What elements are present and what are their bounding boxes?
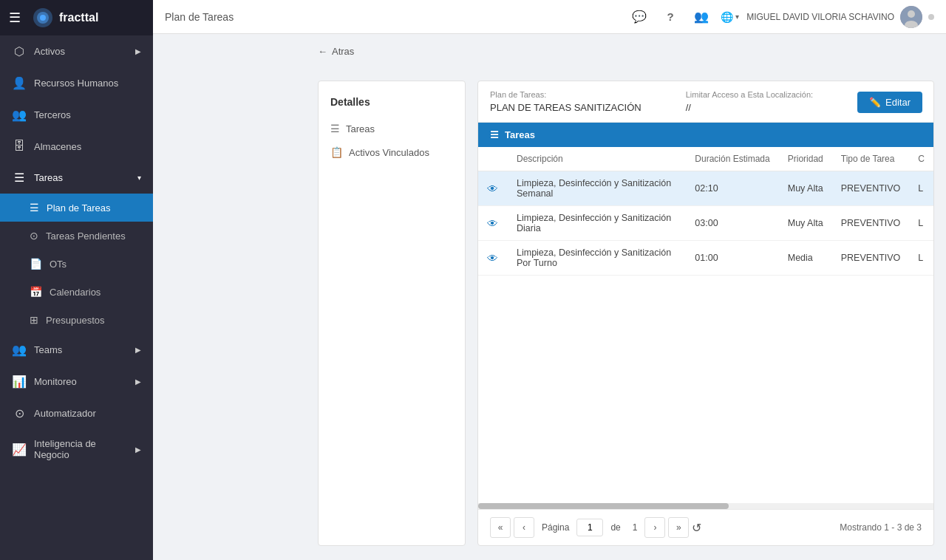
table-wrapper: Descripción Duración Estimada Prioridad … bbox=[478, 147, 933, 503]
col-header-prioridad: Prioridad bbox=[779, 147, 832, 171]
inteligencia-icon: 📈 bbox=[12, 443, 27, 457]
location-field: Limitar Acceso a Esta Localización: // bbox=[686, 90, 813, 113]
sidebar-item-label: Monitoreo bbox=[34, 376, 77, 387]
plan-name-label: Plan de Tareas: bbox=[490, 90, 642, 99]
globe-arrow: ▾ bbox=[735, 13, 739, 21]
users-button[interactable]: 👥 bbox=[690, 5, 713, 29]
eye-icon[interactable]: 👁 bbox=[487, 217, 498, 230]
chat-button[interactable]: 💬 bbox=[627, 5, 651, 29]
sidebar-item-automatizador[interactable]: ⊙ Automatizador bbox=[0, 397, 153, 429]
sidebar-item-label: Tareas Pendientes bbox=[46, 231, 126, 242]
sidebar-subitem-calendarios[interactable]: 📅 Calendarios bbox=[0, 278, 153, 306]
horizontal-scrollbar[interactable] bbox=[478, 503, 933, 509]
col-header-extra: C bbox=[909, 147, 933, 171]
col-header-tipo: Tipo de Tarea bbox=[832, 147, 910, 171]
edit-button-label: Editar bbox=[885, 97, 911, 108]
row-eye[interactable]: 👁 bbox=[478, 241, 508, 276]
table-row[interactable]: 👁 Limpieza, Desinfección y Sanitización … bbox=[478, 241, 933, 276]
col-header-descripcion: Descripción bbox=[508, 147, 686, 171]
row-tipo: PREVENTIVO bbox=[832, 206, 910, 241]
table-header-bar: ☰ Tareas bbox=[478, 123, 933, 147]
edit-button[interactable]: ✏️ Editar bbox=[857, 92, 922, 113]
help-icon: ? bbox=[667, 10, 674, 23]
tasks-table: Descripción Duración Estimada Prioridad … bbox=[478, 147, 933, 276]
top-actions-bar: ← Atras ✏️ Editar bbox=[318, 46, 934, 69]
sidebar-item-recursos-humanos[interactable]: 👤 Recursos Humanos bbox=[0, 67, 153, 99]
prev-page-button[interactable]: ‹ bbox=[514, 517, 534, 538]
pagination-bar: « ‹ Página de 1 › » ↺ Mostrando 1 - 3 de… bbox=[478, 509, 933, 545]
row-prioridad: Media bbox=[779, 241, 832, 276]
page-title: Plan de Tareas bbox=[165, 11, 620, 23]
sidebar-subitem-plan-de-tareas[interactable]: ☰ Plan de Tareas bbox=[0, 194, 153, 222]
row-extra: L bbox=[909, 241, 933, 276]
sidebar-header: ☰ fracttal bbox=[0, 0, 153, 35]
row-eye[interactable]: 👁 bbox=[478, 171, 508, 206]
plan-name-value: PLAN DE TAREAS SANITIZACIÓN bbox=[490, 102, 642, 113]
content-layout: Detalles ☰ Tareas 📋 Activos Vinculados P… bbox=[318, 81, 934, 546]
sidebar-item-almacenes[interactable]: 🗄 Almacenes bbox=[0, 131, 153, 162]
right-panel: Plan de Tareas: PLAN DE TAREAS SANITIZAC… bbox=[477, 81, 934, 546]
scroll-thumb[interactable] bbox=[478, 503, 729, 509]
sidebar-item-tareas[interactable]: ☰ Tareas ▾ bbox=[0, 162, 153, 194]
table-header-icon: ☰ bbox=[490, 129, 499, 140]
back-button-label: Atras bbox=[332, 46, 354, 57]
table-row[interactable]: 👁 Limpieza, Desinfección y Sanitización … bbox=[478, 206, 933, 241]
tareas-list-icon: ☰ bbox=[330, 123, 340, 134]
row-duracion: 01:00 bbox=[686, 241, 778, 276]
eye-icon[interactable]: 👁 bbox=[487, 182, 498, 195]
sidebar-item-inteligencia[interactable]: 📈 Inteligencia de Negocio ▶ bbox=[0, 429, 153, 469]
row-duracion: 03:00 bbox=[686, 206, 778, 241]
table-row[interactable]: 👁 Limpieza, Desinfección y Sanitización … bbox=[478, 171, 933, 206]
help-button[interactable]: ? bbox=[659, 5, 682, 29]
sidebar-subitem-presupuestos[interactable]: ⊞ Presupuestos bbox=[0, 306, 153, 334]
back-button[interactable]: ← Atras bbox=[318, 46, 354, 57]
sidebar-subitem-ots[interactable]: 📄 OTs bbox=[0, 250, 153, 278]
first-page-button[interactable]: « bbox=[490, 517, 511, 538]
left-panel: Detalles ☰ Tareas 📋 Activos Vinculados bbox=[318, 81, 466, 546]
online-status-dot bbox=[928, 14, 934, 20]
logo-text: fracttal bbox=[59, 11, 98, 24]
row-descripcion: Limpieza, Desinfección y Sanitización Po… bbox=[508, 241, 686, 276]
panel-item-tareas[interactable]: ☰ Tareas bbox=[319, 117, 465, 140]
sidebar-item-label: Calendarios bbox=[50, 287, 101, 298]
activos-icon: ⬡ bbox=[12, 44, 27, 58]
sidebar-item-terceros[interactable]: 👥 Terceros bbox=[0, 99, 153, 131]
tareas-pendientes-icon: ⊙ bbox=[30, 230, 38, 242]
monitoreo-arrow: ▶ bbox=[135, 378, 141, 386]
row-eye[interactable]: 👁 bbox=[478, 206, 508, 241]
page-number-input[interactable] bbox=[576, 519, 603, 536]
sidebar-item-teams[interactable]: 👥 Teams ▶ bbox=[0, 334, 153, 366]
next-page-button[interactable]: › bbox=[644, 517, 665, 538]
sidebar-item-label: Plan de Tareas bbox=[47, 202, 111, 214]
sidebar-item-label: Teams bbox=[34, 344, 62, 355]
sidebar-item-label: Activos bbox=[34, 46, 65, 57]
rrhh-icon: 👤 bbox=[12, 76, 27, 90]
teams-icon: 👥 bbox=[12, 343, 27, 357]
tareas-arrow: ▾ bbox=[137, 174, 141, 182]
user-name: MIGUEL DAVID VILORIA SCHAVINO bbox=[746, 12, 894, 22]
refresh-button[interactable]: ↺ bbox=[692, 521, 701, 535]
language-button[interactable]: 🌐 ▾ bbox=[721, 11, 739, 23]
plan-de-tareas-icon: ☰ bbox=[30, 202, 39, 214]
sidebar: ☰ fracttal ⬡ Activos ▶ 👤 Recursos Humano… bbox=[0, 0, 153, 560]
sidebar-item-label: Inteligencia de Negocio bbox=[34, 438, 128, 460]
hamburger-menu[interactable]: ☰ bbox=[9, 10, 21, 26]
sidebar-item-activos[interactable]: ⬡ Activos ▶ bbox=[0, 35, 153, 67]
chat-icon: 💬 bbox=[632, 10, 647, 24]
panel-item-label: Activos Vinculados bbox=[349, 147, 429, 158]
eye-icon[interactable]: 👁 bbox=[487, 252, 498, 264]
panel-item-activos-vinculados[interactable]: 📋 Activos Vinculados bbox=[319, 140, 465, 164]
panel-item-label: Tareas bbox=[346, 123, 375, 134]
user-info: MIGUEL DAVID VILORIA SCHAVINO bbox=[746, 6, 934, 28]
calendarios-icon: 📅 bbox=[30, 286, 42, 298]
row-extra: L bbox=[909, 171, 933, 206]
sidebar-item-label: Recursos Humanos bbox=[34, 78, 118, 89]
sidebar-subitem-tareas-pendientes[interactable]: ⊙ Tareas Pendientes bbox=[0, 222, 153, 250]
ots-icon: 📄 bbox=[30, 258, 42, 270]
row-descripcion: Limpieza, Desinfección y Sanitización Di… bbox=[508, 206, 686, 241]
main-content: ← Atras ✏️ Editar Detalles ☰ Tareas 📋 Ac… bbox=[306, 34, 946, 560]
activos-vinculados-icon: 📋 bbox=[330, 146, 343, 158]
sidebar-item-monitoreo[interactable]: 📊 Monitoreo ▶ bbox=[0, 366, 153, 397]
presupuestos-icon: ⊞ bbox=[30, 314, 38, 326]
last-page-button[interactable]: » bbox=[668, 517, 689, 538]
